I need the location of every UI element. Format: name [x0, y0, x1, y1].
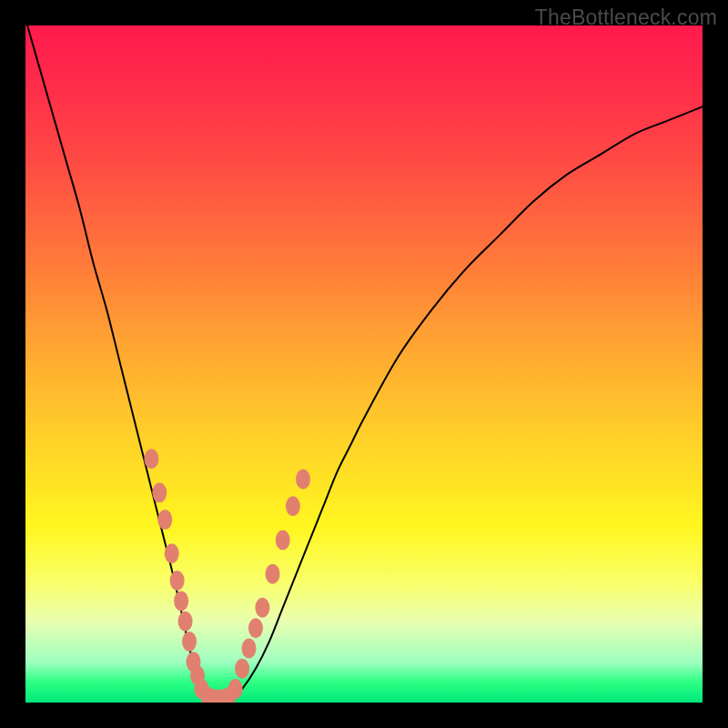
data-bead: [242, 638, 257, 658]
chart-svg: [25, 25, 703, 703]
data-bead: [276, 530, 290, 550]
watermark-text: TheBottleneck.com: [535, 5, 717, 30]
data-bead: [235, 659, 249, 679]
data-bead: [152, 482, 167, 502]
curve-layer: [25, 25, 703, 703]
data-bead: [255, 598, 269, 618]
data-bead: [228, 679, 243, 699]
data-bead: [170, 571, 185, 591]
data-bead: [178, 612, 193, 632]
beads-layer: [144, 449, 310, 703]
data-bead: [248, 618, 263, 638]
data-bead: [174, 591, 188, 611]
data-bead: [286, 496, 300, 516]
data-bead: [182, 632, 197, 652]
data-bead: [296, 469, 310, 489]
plot-area: [25, 25, 703, 703]
chart-frame: TheBottleneck.com: [0, 0, 728, 728]
bottleneck-curve: [25, 25, 703, 703]
data-bead: [144, 449, 158, 469]
data-bead: [157, 510, 172, 530]
data-bead: [266, 564, 280, 584]
data-bead: [165, 543, 179, 563]
